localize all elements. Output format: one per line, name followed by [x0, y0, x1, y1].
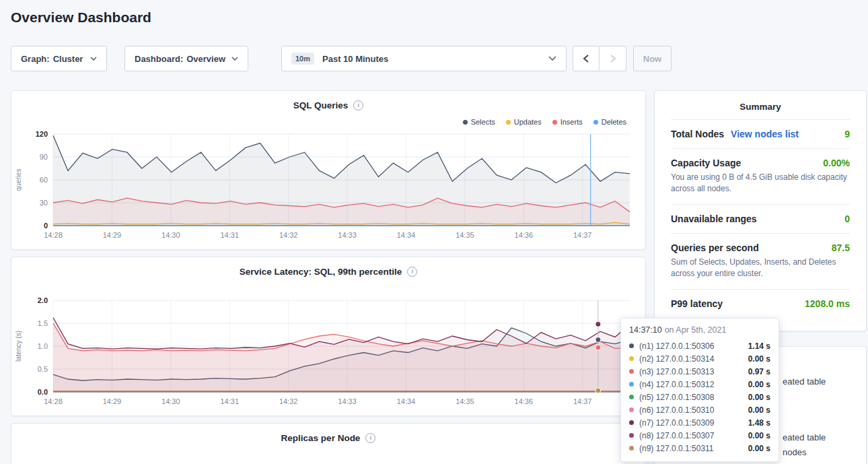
toolbar: Graph: Cluster Dashboard: Overview 10m P…	[11, 46, 672, 71]
time-range-selector[interactable]: 10m Past 10 Minutes	[281, 46, 567, 71]
legend-item[interactable]: Updates	[506, 118, 542, 126]
series-dot-icon	[629, 395, 634, 399]
service-latency-panel: Service Latency: SQL, 99th percentile i …	[11, 257, 646, 416]
info-icon[interactable]: i	[407, 267, 417, 277]
summary-title: Summary	[671, 91, 850, 119]
svg-text:14:34: 14:34	[397, 397, 416, 405]
svg-text:90: 90	[40, 153, 48, 161]
tooltip-row: (n4) 127.0.0.1:503120.00 s	[629, 378, 770, 391]
service-latency-chart[interactable]: 14:2814:2914:3014:3114:3214:3314:3414:35…	[11, 295, 647, 411]
qps-label: Queries per second	[671, 242, 759, 253]
tooltip-row: (n6) 127.0.0.1:503100.00 s	[629, 403, 770, 416]
view-nodes-list-link[interactable]: View nodes list	[731, 129, 799, 139]
tooltip-row: (n7) 127.0.0.1:503091.48 s	[629, 416, 770, 429]
tooltip-time: 14:37:10	[629, 325, 662, 335]
svg-text:14:31: 14:31	[220, 397, 239, 405]
replicas-per-node-title: Replicas per Node	[281, 433, 361, 443]
svg-text:2.0: 2.0	[38, 296, 48, 304]
svg-text:14:29: 14:29	[103, 231, 122, 239]
capacity-usage-label: Capacity Usage	[671, 158, 741, 168]
svg-text:14:28: 14:28	[44, 231, 63, 239]
summary-row-total-nodes: Total Nodes View nodes list 9	[671, 119, 850, 148]
tooltip-row: (n2) 127.0.0.1:503140.00 s	[629, 352, 770, 365]
svg-text:queries: queries	[15, 169, 22, 191]
series-dot-icon	[629, 382, 634, 387]
dashboard-dropdown[interactable]: Dashboard: Overview	[124, 46, 248, 71]
svg-text:14:28: 14:28	[44, 397, 63, 405]
dashboard-dropdown-value: Overview	[186, 54, 225, 64]
time-range-label: Past 10 Minutes	[322, 54, 388, 64]
sql-queries-title: SQL Queries	[293, 100, 349, 110]
svg-text:14:33: 14:33	[338, 231, 357, 239]
svg-text:1.0: 1.0	[38, 342, 48, 350]
qps-description: Sum of Selects, Updates, Inserts, and De…	[671, 257, 850, 280]
svg-text:14:37: 14:37	[573, 397, 592, 405]
event-item-fragment: eated table	[783, 432, 826, 442]
svg-text:14:35: 14:35	[456, 397, 474, 405]
series-dot-icon	[629, 369, 634, 374]
chevron-left-icon	[583, 54, 589, 63]
series-dot-icon	[629, 407, 634, 412]
summary-row-unavailable-ranges: Unavailable ranges 0	[671, 204, 850, 233]
tooltip-row: (n9) 127.0.0.1:503110.00 s	[629, 442, 770, 455]
replicas-per-node-panel: Replicas per Node i	[11, 423, 646, 464]
svg-text:120: 120	[36, 130, 48, 138]
unavailable-ranges-label: Unavailable ranges	[671, 213, 757, 224]
series-dot-icon	[629, 420, 634, 425]
svg-text:14:36: 14:36	[515, 231, 534, 239]
tooltip-row: (n3) 127.0.0.1:503130.97 s	[629, 365, 770, 378]
summary-row-capacity: Capacity Usage 0.00% You are using 0 B o…	[671, 148, 850, 204]
graph-dropdown-label: Graph:	[21, 54, 50, 64]
p99-latency-label: P99 latency	[671, 298, 723, 309]
service-latency-title: Service Latency: SQL, 99th percentile	[240, 267, 402, 277]
qps-value: 87.5	[832, 242, 850, 253]
legend-dot-icon	[463, 120, 468, 125]
p99-latency-value: 1208.0 ms	[805, 298, 850, 309]
svg-text:14:33: 14:33	[338, 397, 357, 405]
page-title: Overview Dashboard	[11, 9, 151, 26]
series-dot-icon	[629, 446, 634, 451]
svg-text:14:34: 14:34	[397, 231, 416, 239]
info-icon[interactable]: i	[365, 433, 375, 443]
series-dot-icon	[629, 343, 634, 348]
graph-dropdown[interactable]: Graph: Cluster	[11, 46, 107, 71]
svg-text:30: 30	[40, 199, 48, 207]
time-next-button[interactable]	[600, 46, 626, 71]
legend-item[interactable]: Deletes	[593, 118, 626, 126]
dashboard-dropdown-label: Dashboard:	[135, 54, 183, 64]
chevron-down-icon	[90, 57, 97, 61]
tooltip-row: (n8) 127.0.0.1:503070.00 s	[629, 429, 770, 442]
summary-row-p99-latency: P99 latency 1208.0 ms	[671, 289, 850, 318]
legend-item[interactable]: Selects	[463, 118, 495, 126]
chevron-down-icon	[548, 56, 556, 61]
svg-text:14:32: 14:32	[279, 397, 298, 405]
unavailable-ranges-value: 0	[844, 213, 850, 224]
capacity-usage-value: 0.00%	[823, 158, 850, 168]
tooltip-date: on Apr 5th, 2021	[665, 325, 727, 335]
tooltip-row: (n1) 127.0.0.1:503061.14 s	[629, 339, 770, 352]
legend-item[interactable]: Inserts	[552, 118, 583, 126]
info-icon[interactable]: i	[353, 100, 363, 110]
svg-text:0.5: 0.5	[38, 365, 48, 373]
svg-text:0: 0	[44, 222, 48, 230]
overview-dashboard-page: Overview Dashboard Graph: Cluster Dashbo…	[0, 0, 868, 464]
series-dot-icon	[629, 433, 634, 438]
svg-text:14:29: 14:29	[103, 397, 122, 405]
chevron-down-icon	[231, 57, 238, 61]
summary-row-qps: Queries per second 87.5 Sum of Selects, …	[671, 233, 850, 289]
total-nodes-label: Total Nodes	[671, 129, 724, 139]
time-prev-button[interactable]	[573, 46, 600, 71]
chevron-right-icon	[610, 54, 616, 63]
sql-queries-chart[interactable]: 14:2814:2914:3014:3114:3214:3314:3414:35…	[11, 129, 647, 244]
svg-text:latency (s): latency (s)	[15, 331, 22, 362]
svg-text:1.5: 1.5	[38, 319, 48, 327]
summary-panel: Summary Total Nodes View nodes list 9 Ca…	[654, 90, 867, 331]
legend-dot-icon	[593, 120, 598, 125]
svg-text:14:30: 14:30	[161, 231, 180, 239]
series-dot-icon	[629, 356, 634, 361]
sql-queries-legend: SelectsUpdatesInsertsDeletes	[463, 118, 626, 126]
time-nav-group	[573, 46, 626, 71]
graph-dropdown-value: Cluster	[53, 54, 83, 64]
now-button[interactable]: Now	[633, 46, 672, 71]
svg-text:14:32: 14:32	[279, 231, 298, 239]
